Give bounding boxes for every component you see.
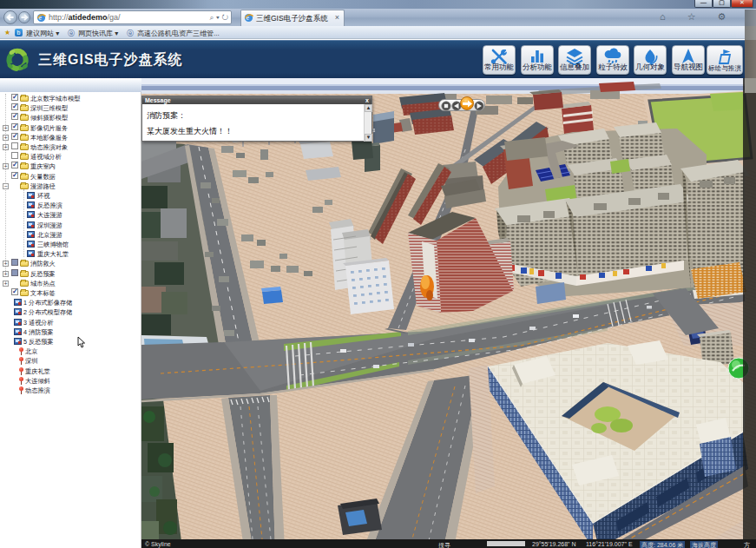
svg-text:e: e [39,14,42,22]
svg-text:e: e [247,14,249,22]
